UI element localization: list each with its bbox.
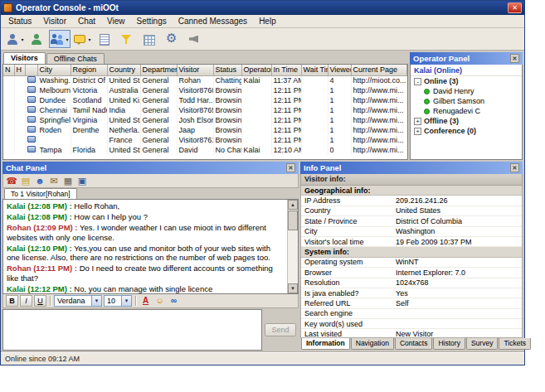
- menu-status[interactable]: Status: [2, 16, 37, 27]
- message-time: (12:10 PM) :: [27, 244, 71, 253]
- tree-expand-icon[interactable]: +: [414, 118, 421, 125]
- chat-input[interactable]: [2, 309, 262, 351]
- column-header[interactable]: City: [37, 65, 71, 75]
- close-icon[interactable]: [286, 163, 295, 172]
- print-icon[interactable]: ▦: [62, 175, 74, 186]
- bold-button[interactable]: B: [6, 295, 18, 307]
- info-label: Geographical info:: [301, 186, 394, 195]
- visitor-row[interactable]: Melbourne Victoria Australia General Vis…: [3, 85, 407, 95]
- info-row: Geographical info:: [301, 186, 522, 196]
- tree-expand-icon[interactable]: -: [414, 78, 421, 85]
- scroll-thumb[interactable]: [288, 211, 298, 230]
- sound-button[interactable]: [183, 30, 205, 48]
- tab-offline-chats[interactable]: Offline Chats: [46, 53, 105, 64]
- visitor-row[interactable]: Springfield Virginia United St... Genera…: [3, 115, 407, 125]
- info-row: Key word(s) used: [301, 319, 522, 329]
- font-size-select[interactable]: 10: [104, 295, 132, 307]
- tab-contacts[interactable]: Contacts: [395, 338, 433, 350]
- column-header[interactable]: Visitor: [177, 65, 213, 75]
- operator-tree-item[interactable]: Gilbert Samson: [411, 96, 522, 106]
- menu-visitor[interactable]: Visitor: [37, 16, 72, 27]
- chats-button[interactable]: ▾: [71, 30, 93, 48]
- column-header[interactable]: [25, 65, 37, 75]
- chat-transcript[interactable]: Kalai (12:08 PM) : Hello Rohan, Kalai (1…: [2, 199, 299, 294]
- chat-message: Kalai (12:12 PM) : No, you can manage wi…: [7, 284, 285, 294]
- info-label: System info:: [301, 248, 394, 256]
- filter-button[interactable]: [116, 30, 138, 48]
- tab-information[interactable]: Information: [301, 338, 350, 350]
- chevron-down-icon: ▾: [66, 36, 68, 42]
- visitor-actions-button[interactable]: [27, 30, 48, 48]
- column-header[interactable]: Status: [213, 65, 241, 75]
- visitor-computer-icon: [27, 86, 36, 93]
- chat-scrollbar[interactable]: [287, 200, 298, 293]
- settings-button[interactable]: [161, 30, 182, 48]
- link-icon[interactable]: ∞: [168, 295, 180, 307]
- close-icon[interactable]: [510, 54, 519, 63]
- send-button[interactable]: Send: [265, 323, 296, 336]
- tab-navigation[interactable]: Navigation: [351, 338, 394, 350]
- menu-view[interactable]: View: [101, 16, 131, 27]
- column-header[interactable]: Viewed: [328, 65, 351, 75]
- visitor-row[interactable]: Dundee Scotland United Ki... General Tod…: [3, 95, 407, 105]
- visitor-row[interactable]: Washing... District Of C... United St...…: [3, 75, 407, 85]
- canned-messages-button[interactable]: [94, 30, 115, 48]
- column-header[interactable]: Wait Time: [301, 65, 328, 75]
- visitor-row[interactable]: Chennai Tamil Nadu India General Visitor…: [3, 105, 407, 115]
- column-header[interactable]: Department: [140, 65, 177, 75]
- underline-button[interactable]: U: [34, 295, 46, 307]
- visitors-tab-strip: Visitors Offline Chats: [2, 52, 408, 64]
- operator-tree-item[interactable]: - Online (3): [411, 76, 522, 86]
- smiley-icon[interactable]: ☺: [153, 295, 166, 307]
- menu-chat[interactable]: Chat: [72, 16, 101, 27]
- end-chat-icon[interactable]: ☎: [6, 175, 17, 186]
- save-transcript-icon[interactable]: ▣: [76, 175, 88, 186]
- chevron-down-icon[interactable]: [91, 296, 101, 306]
- visitor-row[interactable]: Roden Drenthe Netherla... General Jaap B…: [3, 125, 407, 135]
- operator-tree-item[interactable]: + Conference (0): [411, 126, 522, 136]
- tab-visitors[interactable]: Visitors: [3, 52, 46, 64]
- column-header[interactable]: Country: [107, 65, 140, 75]
- column-header[interactable]: Operator: [241, 65, 271, 75]
- menu-help[interactable]: Help: [253, 16, 282, 27]
- operators-button[interactable]: ▾: [49, 30, 71, 48]
- menu-settings[interactable]: Settings: [131, 16, 173, 27]
- info-value: Washington: [394, 227, 522, 235]
- tab-survey[interactable]: Survey: [466, 338, 498, 350]
- operator-tree-item[interactable]: David Henry: [411, 86, 522, 96]
- chat-tab[interactable]: To 1 Visitor[Rohan]: [4, 188, 77, 199]
- chevron-down-icon[interactable]: [121, 296, 131, 306]
- chat-panel: Chat Panel ☎ ▤ ☻ ✉ ▦ ▣ To 1 Visi: [2, 162, 299, 351]
- column-header[interactable]: H: [14, 65, 25, 75]
- scroll-up-icon[interactable]: [288, 200, 298, 210]
- info-value: Internet Explorer: 7.0: [394, 269, 522, 277]
- message-time: (12:12 PM) :: [27, 284, 71, 293]
- operator-tree-item[interactable]: Renugadevi C: [411, 106, 522, 116]
- menu-canned-messages[interactable]: Canned Messages: [173, 16, 253, 27]
- tab-history[interactable]: History: [433, 338, 465, 350]
- font-select[interactable]: Verdana: [54, 295, 102, 307]
- font-color-icon[interactable]: A: [139, 295, 152, 307]
- message-text: No, you can manage with single licence: [74, 284, 212, 293]
- column-header[interactable]: Region: [71, 65, 107, 75]
- close-icon[interactable]: [510, 163, 519, 172]
- scroll-down-icon[interactable]: [288, 283, 298, 293]
- tree-expand-icon[interactable]: +: [414, 128, 421, 135]
- conference-icon[interactable]: ☻: [34, 175, 46, 186]
- operator-status-button[interactable]: ▾: [4, 30, 26, 48]
- email-transcript-icon[interactable]: ✉: [48, 175, 60, 186]
- reports-button[interactable]: [139, 30, 160, 48]
- visitor-row[interactable]: France General Visitor8761 Browsing 12:1…: [3, 135, 407, 145]
- operator-self-status[interactable]: Kalai (Online): [411, 65, 522, 76]
- column-header[interactable]: N: [3, 65, 14, 75]
- info-label: State / Province: [301, 217, 394, 225]
- visitor-row[interactable]: Tampa Florida United St... General David…: [3, 145, 407, 155]
- close-button[interactable]: [508, 2, 522, 13]
- info-label: Visitor's local time: [301, 238, 394, 246]
- transfer-chat-icon[interactable]: ▤: [20, 175, 32, 186]
- tab-tickets[interactable]: Tickets: [499, 338, 531, 350]
- operator-tree-item[interactable]: + Offline (3): [411, 116, 522, 126]
- column-header[interactable]: In Time: [271, 65, 301, 75]
- italic-button[interactable]: I: [20, 295, 32, 307]
- column-header[interactable]: Current Page: [351, 65, 407, 75]
